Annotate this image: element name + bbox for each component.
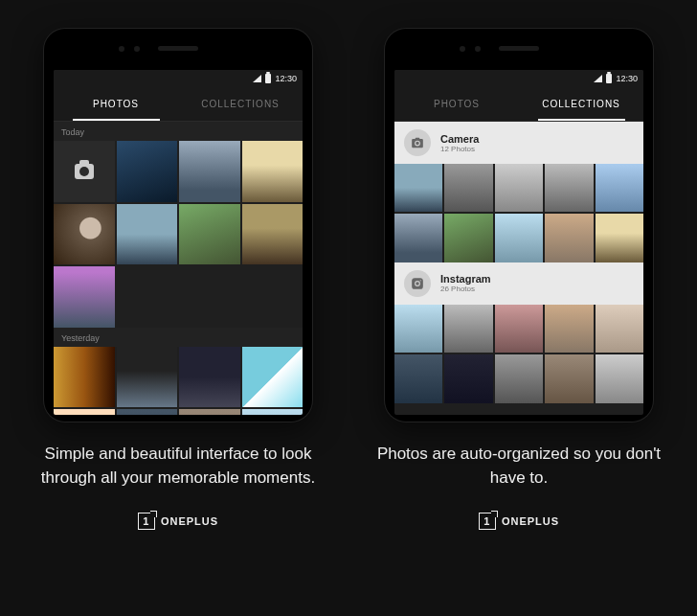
photo-thumb[interactable]	[117, 409, 178, 415]
phone-speaker	[158, 46, 198, 51]
camera-tile[interactable]	[54, 141, 115, 202]
tab-bar: PHOTOS COLLECTIONS	[54, 87, 303, 122]
photo-thumb[interactable]	[495, 164, 543, 212]
grid-yesterday	[54, 347, 303, 416]
album-strip-camera	[394, 164, 643, 262]
panel-collections: 12:30 PHOTOS COLLECTIONS	[368, 29, 670, 530]
phone-frame-left: 12:30 PHOTOS COLLECTIONS Today	[44, 29, 312, 422]
photo-thumb[interactable]	[54, 347, 115, 408]
brand-name: ONEPLUS	[502, 515, 559, 527]
album-header-instagram[interactable]: Instagram 26 Photos	[394, 262, 643, 305]
album-header-camera[interactable]: Camera 12 Photos	[394, 122, 643, 164]
photo-thumb[interactable]	[495, 354, 543, 402]
instagram-album-icon	[404, 270, 431, 297]
phone-frame-right: 12:30 PHOTOS COLLECTIONS	[385, 29, 653, 422]
photo-thumb[interactable]	[54, 409, 115, 415]
tab-collections[interactable]: COLLECTIONS	[178, 87, 303, 121]
phone-sensors	[460, 46, 481, 52]
photos-content: Today Yesterday	[54, 122, 303, 415]
section-header-today: Today	[54, 122, 303, 141]
grid-today	[54, 141, 303, 328]
tab-collections[interactable]: COLLECTIONS	[519, 87, 643, 121]
photo-thumb[interactable]	[495, 214, 543, 262]
signal-icon	[253, 75, 261, 82]
brand-badge: 1 ONEPLUS	[479, 513, 559, 530]
photo-thumb[interactable]	[545, 354, 593, 402]
oneplus-logo-icon: 1	[138, 513, 155, 530]
camera-album-icon	[404, 129, 431, 156]
tab-photos[interactable]: PHOTOS	[54, 87, 178, 121]
photo-thumb[interactable]	[179, 347, 240, 408]
photo-thumb[interactable]	[394, 214, 442, 262]
album-title: Instagram	[440, 273, 491, 285]
caption-left: Simple and beautiful interface to look t…	[27, 443, 329, 490]
phone-sensors	[119, 46, 140, 52]
phone-speaker	[499, 46, 539, 51]
tab-label: PHOTOS	[434, 99, 480, 109]
collections-content: Camera 12 Photos	[394, 122, 643, 415]
photo-thumb[interactable]	[242, 204, 304, 265]
photo-thumb[interactable]	[117, 204, 178, 265]
status-bar: 12:30	[54, 70, 303, 87]
photo-thumb[interactable]	[596, 214, 643, 262]
panel-photos: 12:30 PHOTOS COLLECTIONS Today	[27, 29, 329, 530]
photo-thumb[interactable]	[545, 214, 593, 262]
photo-thumb[interactable]	[179, 141, 240, 202]
tab-label: COLLECTIONS	[201, 99, 280, 109]
clock: 12:30	[275, 74, 297, 83]
camera-icon	[75, 164, 94, 179]
photo-thumb[interactable]	[596, 305, 643, 353]
photo-thumb[interactable]	[242, 141, 304, 202]
section-header-yesterday: Yesterday	[54, 328, 303, 347]
screen-right: 12:30 PHOTOS COLLECTIONS	[394, 70, 643, 415]
brand-badge: 1 ONEPLUS	[138, 513, 218, 530]
photo-thumb[interactable]	[117, 141, 178, 202]
photo-thumb[interactable]	[242, 409, 304, 415]
photo-thumb[interactable]	[117, 347, 178, 408]
photo-thumb[interactable]	[179, 409, 240, 415]
tab-photos[interactable]: PHOTOS	[394, 87, 519, 121]
screen-left: 12:30 PHOTOS COLLECTIONS Today	[54, 70, 303, 415]
photo-thumb[interactable]	[444, 214, 492, 262]
album-title: Camera	[440, 133, 479, 145]
photo-thumb[interactable]	[444, 354, 492, 402]
photo-thumb[interactable]	[545, 164, 593, 212]
album-count: 26 Photos	[440, 285, 491, 293]
photo-thumb[interactable]	[596, 164, 643, 212]
photo-thumb[interactable]	[242, 347, 304, 408]
album-strip-instagram	[394, 305, 643, 403]
tab-label: COLLECTIONS	[542, 99, 620, 109]
caption-right: Photos are auto-organized so you don't h…	[368, 443, 670, 490]
brand-name: ONEPLUS	[161, 515, 218, 527]
battery-icon	[606, 74, 612, 83]
album-count: 12 Photos	[440, 145, 479, 153]
photo-thumb[interactable]	[394, 354, 442, 402]
photo-thumb[interactable]	[394, 305, 442, 353]
status-bar: 12:30	[394, 70, 643, 87]
battery-icon	[265, 74, 271, 83]
tab-bar: PHOTOS COLLECTIONS	[394, 87, 643, 122]
photo-thumb[interactable]	[495, 305, 543, 353]
photo-thumb[interactable]	[545, 305, 593, 353]
photo-thumb[interactable]	[179, 204, 240, 265]
photo-thumb[interactable]	[394, 164, 442, 212]
photo-thumb[interactable]	[54, 266, 115, 328]
photo-thumb[interactable]	[444, 305, 492, 353]
photo-thumb[interactable]	[596, 354, 643, 402]
oneplus-logo-icon: 1	[479, 513, 496, 530]
photo-thumb[interactable]	[444, 164, 492, 212]
tab-label: PHOTOS	[93, 99, 139, 109]
photo-thumb[interactable]	[54, 204, 115, 265]
signal-icon	[594, 75, 602, 82]
clock: 12:30	[616, 74, 638, 83]
